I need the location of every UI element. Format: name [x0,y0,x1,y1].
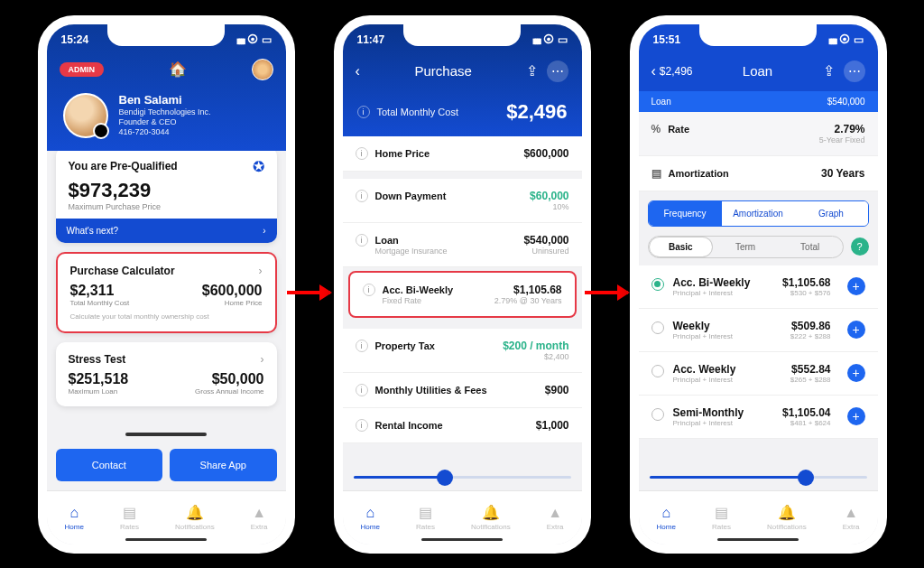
tab-extra[interactable]: ▲Extra [547,505,564,531]
option-acc-weekly[interactable]: Acc. WeeklyPrincipal + Interest $552.84$… [639,352,878,396]
row-rate[interactable]: %Rate 2.79%5-Year Fixed [639,112,878,156]
info-icon[interactable]: i [356,384,368,396]
row-property-tax[interactable]: iProperty Tax $200 / month$2,400 [343,329,582,373]
home-indicator [717,538,799,541]
option-weekly[interactable]: WeeklyPrincipal + Interest $509.86$222 +… [639,309,878,352]
stress-income-value: $50,000 [195,371,263,387]
contact-button[interactable]: Contact [56,449,163,481]
row-home-price[interactable]: iHome Price$600,000 [343,136,582,172]
tab-bar: ⌂Home ▤Rates 🔔Notifications ▲Extra [47,490,286,545]
radio[interactable] [651,408,664,421]
percent-icon: % [651,123,661,135]
info-icon[interactable]: i [356,234,368,247]
add-button[interactable]: + [847,407,865,425]
tab-home[interactable]: ⌂Home [65,505,84,531]
row-down-payment[interactable]: iDown Payment $60,00010% [343,179,582,223]
back-button[interactable]: ‹ [356,63,360,79]
flow-arrow-icon [287,291,330,294]
more-icon[interactable]: ⋯ [547,61,568,82]
tab-rates[interactable]: ▤Rates [416,504,435,531]
row-amortization[interactable]: ▤Amortization30 Years [639,156,878,191]
slider[interactable] [650,469,867,487]
sseg-basic[interactable]: Basic [649,237,714,257]
tab-home[interactable]: ⌂Home [657,505,676,531]
share-icon[interactable]: ⇪ [823,62,835,79]
wifi-icon [839,33,850,46]
tab-notifications[interactable]: 🔔Notifications [767,504,807,531]
share-icon[interactable]: ⇪ [526,62,538,79]
extra-icon: ▲ [844,505,858,521]
info-icon[interactable]: i [363,284,375,296]
total-value: $2,496 [506,100,567,124]
row-loan[interactable]: iLoanMortgage Insurance $540,000Uninsure… [343,223,582,267]
seg-amortization[interactable]: Amortization [722,201,795,226]
clock: 15:51 [653,33,681,46]
seg-graph[interactable]: Graph [795,201,868,226]
stress-test-card[interactable]: Stress Test › $251,518Maximum Loan $50,0… [56,342,277,406]
info-icon[interactable]: i [356,190,368,202]
slider[interactable] [354,469,571,487]
tab-extra[interactable]: ▲Extra [251,505,268,531]
option-acc-biweekly[interactable]: Acc. Bi-WeeklyPrincipal + Interest $1,10… [639,265,878,309]
clock: 15:24 [61,33,89,46]
segment-secondary: Basic Term Total [648,236,844,258]
add-button[interactable]: + [847,321,865,339]
prequalified-card[interactable]: You are Pre-Qualified ✪ $973,239 Maximum… [56,151,277,243]
signal-icon [532,33,540,46]
battery-icon [854,33,864,46]
tab-notifications[interactable]: 🔔Notifications [471,504,511,531]
back-button[interactable]: ‹$2,496 [651,63,693,79]
row-acc-biweekly[interactable]: iAcc. Bi-WeeklyFixed Rate $1,105.682.79%… [348,271,577,318]
option-semi-monthly[interactable]: Semi-MonthlyPrincipal + Interest $1,105.… [639,396,878,439]
sseg-total[interactable]: Total [778,237,843,257]
tab-rates[interactable]: ▤Rates [712,504,731,531]
share-app-button[interactable]: Share App [170,449,277,481]
battery-icon [262,33,272,46]
more-icon[interactable]: ⋯ [844,61,865,82]
avatar-small[interactable] [252,59,273,80]
calc-title: Purchase Calculator [70,265,175,277]
purchase-calculator-card[interactable]: Purchase Calculator › $2,311Total Monthl… [56,252,277,333]
radio[interactable] [651,278,664,291]
calendar-icon: ▤ [651,167,661,180]
tab-extra[interactable]: ▲Extra [843,505,860,531]
sseg-term[interactable]: Term [713,237,778,257]
home-indicator [421,538,503,541]
add-button[interactable]: + [847,277,865,295]
profile-company: Bendigi Technologies Inc. [119,107,211,116]
slider-thumb[interactable] [798,470,814,486]
page-title: Loan [743,63,772,79]
tab-rates[interactable]: ▤Rates [120,504,139,531]
row-rental-income[interactable]: iRental Income$1,000 [343,408,582,443]
radio[interactable] [651,365,664,377]
avatar [63,93,108,138]
info-icon[interactable]: i [356,340,368,352]
calc-monthly-label: Total Monthly Cost [70,299,130,307]
signal-icon [828,33,836,46]
add-button[interactable]: + [847,364,865,382]
stress-loan-value: $251,518 [69,371,129,387]
slider-thumb[interactable] [437,470,453,486]
whats-next-button[interactable]: What's next? › [56,219,277,243]
home-icon: ⌂ [69,505,79,521]
tab-notifications[interactable]: 🔔Notifications [175,504,215,531]
rates-icon: ▤ [419,504,432,521]
seg-frequency[interactable]: Frequency [649,201,722,226]
info-icon[interactable]: i [357,106,370,118]
prequalified-amount: $973,239 [69,179,264,202]
battery-icon [558,33,568,46]
calc-monthly-value: $2,311 [70,283,130,299]
info-icon[interactable]: i [356,419,368,432]
prequalified-sub: Maximum Purchase Price [69,202,264,211]
calc-price-label: Home Price [202,299,263,307]
row-utilities[interactable]: iMonthly Utilities & Fees$900 [343,373,582,408]
profile-block[interactable]: Ben Salami Bendigi Technologies Inc. Fou… [47,89,286,151]
bell-icon: 🔔 [778,504,796,521]
radio[interactable] [651,321,664,334]
home-icon: 🏠 [169,61,187,78]
home-icon: ⌂ [661,505,670,521]
extra-icon: ▲ [548,505,562,521]
info-icon[interactable]: i [356,147,368,160]
tab-home[interactable]: ⌂Home [361,505,380,531]
help-button[interactable]: ? [851,237,869,256]
